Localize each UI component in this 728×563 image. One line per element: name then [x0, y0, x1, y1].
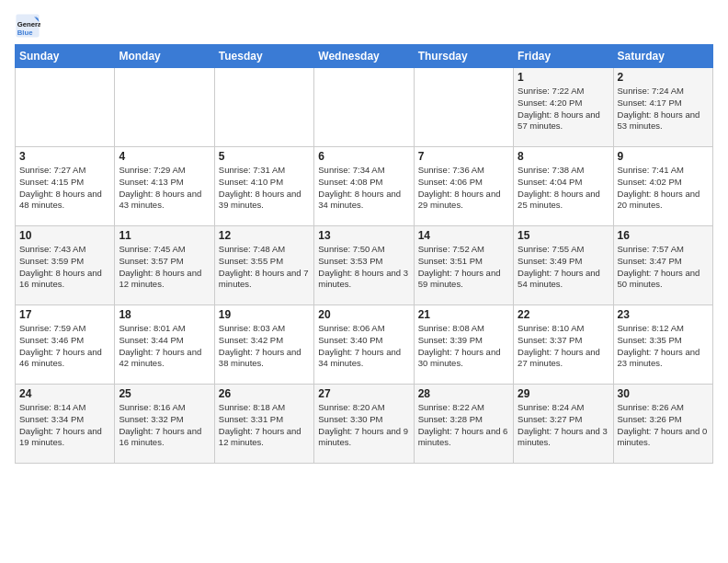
- day-cell: 29Sunrise: 8:24 AM Sunset: 3:27 PM Dayli…: [514, 385, 613, 464]
- day-info: Sunrise: 8:08 AM Sunset: 3:39 PM Dayligh…: [418, 323, 509, 370]
- day-cell: 12Sunrise: 7:48 AM Sunset: 3:55 PM Dayli…: [214, 226, 313, 305]
- day-number: 26: [219, 387, 310, 400]
- day-number: 13: [318, 229, 409, 242]
- day-info: Sunrise: 7:41 AM Sunset: 4:02 PM Dayligh…: [618, 165, 709, 212]
- day-cell: 22Sunrise: 8:10 AM Sunset: 3:37 PM Dayli…: [514, 305, 613, 385]
- day-cell: 25Sunrise: 8:16 AM Sunset: 3:32 PM Dayli…: [115, 385, 214, 464]
- header: General Blue: [15, 9, 713, 39]
- day-number: 10: [19, 229, 110, 242]
- col-header-friday: Friday: [514, 45, 613, 68]
- day-cell: 16Sunrise: 7:57 AM Sunset: 3:47 PM Dayli…: [613, 226, 712, 305]
- day-cell: [16, 68, 115, 147]
- week-row-5: 24Sunrise: 8:14 AM Sunset: 3:34 PM Dayli…: [16, 385, 713, 464]
- col-header-tuesday: Tuesday: [214, 45, 313, 68]
- day-cell: 18Sunrise: 8:01 AM Sunset: 3:44 PM Dayli…: [115, 305, 214, 385]
- logo: General Blue: [15, 13, 40, 39]
- day-cell: 11Sunrise: 7:45 AM Sunset: 3:57 PM Dayli…: [115, 226, 214, 305]
- day-cell: 28Sunrise: 8:22 AM Sunset: 3:28 PM Dayli…: [414, 385, 513, 464]
- day-info: Sunrise: 7:43 AM Sunset: 3:59 PM Dayligh…: [19, 244, 110, 291]
- day-number: 24: [19, 387, 110, 400]
- day-number: 12: [219, 229, 310, 242]
- day-cell: 1Sunrise: 7:22 AM Sunset: 4:20 PM Daylig…: [514, 68, 613, 147]
- day-cell: [214, 68, 313, 147]
- day-number: 27: [318, 387, 409, 400]
- col-header-monday: Monday: [115, 45, 214, 68]
- col-header-sunday: Sunday: [16, 45, 115, 68]
- day-cell: 19Sunrise: 8:03 AM Sunset: 3:42 PM Dayli…: [214, 305, 313, 385]
- day-info: Sunrise: 8:01 AM Sunset: 3:44 PM Dayligh…: [119, 323, 210, 370]
- day-cell: 4Sunrise: 7:29 AM Sunset: 4:13 PM Daylig…: [115, 147, 214, 226]
- day-info: Sunrise: 8:03 AM Sunset: 3:42 PM Dayligh…: [219, 323, 310, 370]
- day-info: Sunrise: 8:22 AM Sunset: 3:28 PM Dayligh…: [418, 402, 509, 449]
- week-row-4: 17Sunrise: 7:59 AM Sunset: 3:46 PM Dayli…: [16, 305, 713, 385]
- day-info: Sunrise: 7:45 AM Sunset: 3:57 PM Dayligh…: [119, 244, 210, 291]
- day-info: Sunrise: 8:12 AM Sunset: 3:35 PM Dayligh…: [618, 323, 709, 370]
- day-info: Sunrise: 8:16 AM Sunset: 3:32 PM Dayligh…: [119, 402, 210, 449]
- day-info: Sunrise: 8:18 AM Sunset: 3:31 PM Dayligh…: [219, 402, 310, 449]
- day-cell: 15Sunrise: 7:55 AM Sunset: 3:49 PM Dayli…: [514, 226, 613, 305]
- day-cell: 9Sunrise: 7:41 AM Sunset: 4:02 PM Daylig…: [613, 147, 712, 226]
- day-number: 25: [119, 387, 210, 400]
- day-number: 19: [219, 308, 310, 321]
- day-info: Sunrise: 7:36 AM Sunset: 4:06 PM Dayligh…: [418, 165, 509, 212]
- logo-icon: General Blue: [15, 13, 40, 39]
- day-cell: 24Sunrise: 8:14 AM Sunset: 3:34 PM Dayli…: [16, 385, 115, 464]
- day-info: Sunrise: 7:29 AM Sunset: 4:13 PM Dayligh…: [119, 165, 210, 212]
- day-number: 17: [19, 308, 110, 321]
- day-cell: 27Sunrise: 8:20 AM Sunset: 3:30 PM Dayli…: [314, 385, 414, 464]
- day-cell: 20Sunrise: 8:06 AM Sunset: 3:40 PM Dayli…: [314, 305, 414, 385]
- day-number: 9: [618, 150, 709, 163]
- day-cell: 21Sunrise: 8:08 AM Sunset: 3:39 PM Dayli…: [414, 305, 513, 385]
- day-number: 15: [518, 229, 609, 242]
- day-number: 20: [318, 308, 409, 321]
- day-cell: [414, 68, 513, 147]
- calendar-table: SundayMondayTuesdayWednesdayThursdayFrid…: [15, 44, 713, 464]
- day-cell: 8Sunrise: 7:38 AM Sunset: 4:04 PM Daylig…: [514, 147, 613, 226]
- day-info: Sunrise: 8:26 AM Sunset: 3:26 PM Dayligh…: [618, 402, 709, 449]
- day-cell: 30Sunrise: 8:26 AM Sunset: 3:26 PM Dayli…: [613, 385, 712, 464]
- day-number: 22: [518, 308, 609, 321]
- day-info: Sunrise: 8:14 AM Sunset: 3:34 PM Dayligh…: [19, 402, 110, 449]
- day-info: Sunrise: 7:48 AM Sunset: 3:55 PM Dayligh…: [219, 244, 310, 291]
- page-container: General Blue SundayMondayTuesdayWednesda…: [0, 0, 728, 471]
- day-info: Sunrise: 8:10 AM Sunset: 3:37 PM Dayligh…: [518, 323, 609, 370]
- day-info: Sunrise: 8:24 AM Sunset: 3:27 PM Dayligh…: [518, 402, 609, 449]
- day-info: Sunrise: 7:38 AM Sunset: 4:04 PM Dayligh…: [518, 165, 609, 212]
- day-number: 18: [119, 308, 210, 321]
- day-info: Sunrise: 7:59 AM Sunset: 3:46 PM Dayligh…: [19, 323, 110, 370]
- day-number: 28: [418, 387, 509, 400]
- week-row-2: 3Sunrise: 7:27 AM Sunset: 4:15 PM Daylig…: [16, 147, 713, 226]
- day-cell: 17Sunrise: 7:59 AM Sunset: 3:46 PM Dayli…: [16, 305, 115, 385]
- day-cell: 7Sunrise: 7:36 AM Sunset: 4:06 PM Daylig…: [414, 147, 513, 226]
- day-number: 8: [518, 150, 609, 163]
- week-row-3: 10Sunrise: 7:43 AM Sunset: 3:59 PM Dayli…: [16, 226, 713, 305]
- day-cell: 26Sunrise: 8:18 AM Sunset: 3:31 PM Dayli…: [214, 385, 313, 464]
- day-info: Sunrise: 8:06 AM Sunset: 3:40 PM Dayligh…: [318, 323, 409, 370]
- day-number: 14: [418, 229, 509, 242]
- day-cell: [314, 68, 414, 147]
- day-info: Sunrise: 7:50 AM Sunset: 3:53 PM Dayligh…: [318, 244, 409, 291]
- day-cell: 14Sunrise: 7:52 AM Sunset: 3:51 PM Dayli…: [414, 226, 513, 305]
- day-cell: 23Sunrise: 8:12 AM Sunset: 3:35 PM Dayli…: [613, 305, 712, 385]
- day-info: Sunrise: 7:34 AM Sunset: 4:08 PM Dayligh…: [318, 165, 409, 212]
- col-header-wednesday: Wednesday: [314, 45, 414, 68]
- day-info: Sunrise: 7:22 AM Sunset: 4:20 PM Dayligh…: [518, 86, 609, 132]
- day-number: 30: [618, 387, 709, 400]
- col-header-saturday: Saturday: [613, 45, 712, 68]
- day-number: 16: [618, 229, 709, 242]
- calendar-header-row: SundayMondayTuesdayWednesdayThursdayFrid…: [16, 45, 713, 68]
- day-number: 4: [119, 150, 210, 163]
- svg-text:Blue: Blue: [17, 29, 33, 37]
- day-number: 29: [518, 387, 609, 400]
- day-number: 11: [119, 229, 210, 242]
- day-info: Sunrise: 7:27 AM Sunset: 4:15 PM Dayligh…: [19, 165, 110, 212]
- day-number: 3: [19, 150, 110, 163]
- day-info: Sunrise: 7:52 AM Sunset: 3:51 PM Dayligh…: [418, 244, 509, 291]
- day-info: Sunrise: 7:31 AM Sunset: 4:10 PM Dayligh…: [219, 165, 310, 212]
- day-number: 1: [518, 71, 609, 84]
- day-info: Sunrise: 8:20 AM Sunset: 3:30 PM Dayligh…: [318, 402, 409, 449]
- day-cell: 13Sunrise: 7:50 AM Sunset: 3:53 PM Dayli…: [314, 226, 414, 305]
- day-cell: 3Sunrise: 7:27 AM Sunset: 4:15 PM Daylig…: [16, 147, 115, 226]
- week-row-1: 1Sunrise: 7:22 AM Sunset: 4:20 PM Daylig…: [16, 68, 713, 147]
- day-number: 7: [418, 150, 509, 163]
